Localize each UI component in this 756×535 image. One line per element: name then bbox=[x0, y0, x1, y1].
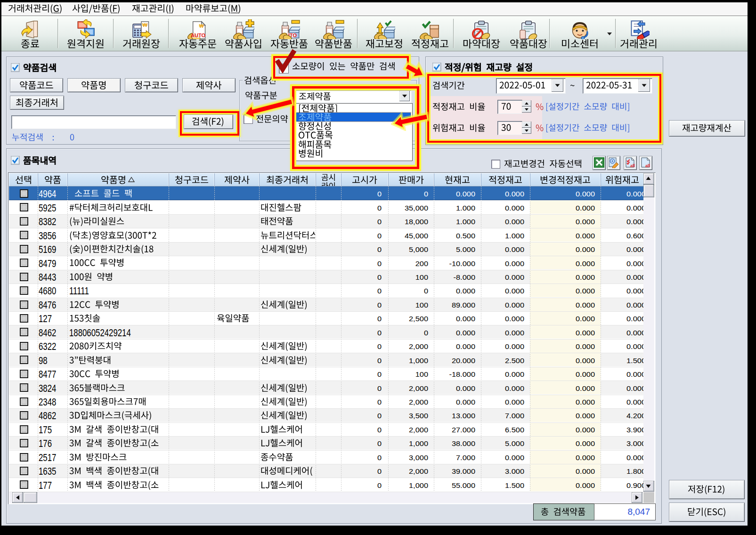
svg-text:AUTO: AUTO bbox=[191, 32, 206, 38]
svg-text:all: all bbox=[645, 163, 650, 168]
svg-text:₩: ₩ bbox=[199, 24, 204, 29]
svg-text:₩: ₩ bbox=[142, 22, 147, 28]
svg-text:all: all bbox=[630, 163, 635, 168]
